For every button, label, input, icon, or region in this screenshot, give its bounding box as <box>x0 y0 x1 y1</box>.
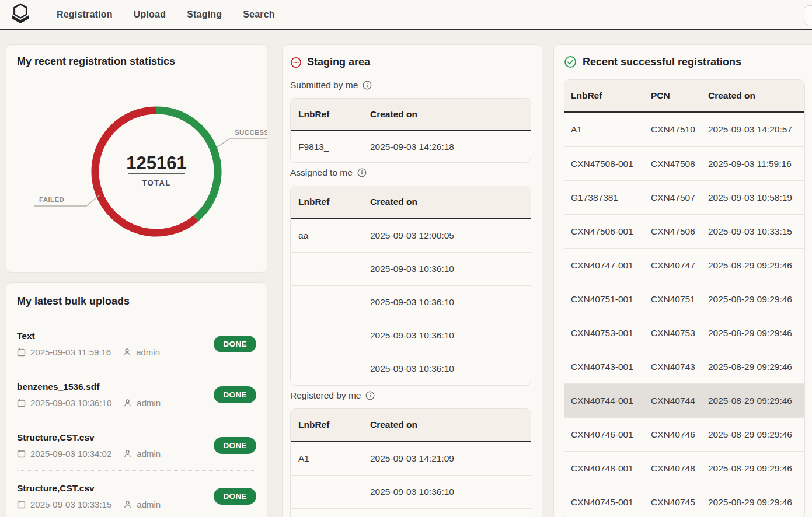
nav-item-search[interactable]: Search <box>243 9 275 20</box>
table-row[interactable]: CXN47506-001 CXN47506 2025-09-03 10:33:1… <box>564 214 804 248</box>
cell-pcn: CXN40747 <box>651 260 708 271</box>
table-row[interactable]: aa 2025-09-03 12:00:05 <box>291 219 531 252</box>
calendar-icon <box>17 399 26 407</box>
upload-user: admin <box>137 398 161 408</box>
nav-item-upload[interactable]: Upload <box>134 9 166 20</box>
table-row[interactable]: A1 CXN47510 2025-09-03 14:20:57 <box>564 113 804 146</box>
assigned-table: LnbRef Created on aa 2025-09-03 12:00:05… <box>290 186 531 386</box>
cell-created: 2025-09-03 12:00:05 <box>370 230 531 241</box>
col-header-lnbref: LnbRef <box>571 90 651 101</box>
cell-created: 2025-09-03 10:36:10 <box>370 330 531 341</box>
info-icon[interactable] <box>365 391 375 400</box>
upload-item[interactable]: benzenes_1536.sdf 2025-09-03 10:36:10 ad… <box>17 369 256 420</box>
cell-lnbref: CXN40744-001 <box>571 396 651 406</box>
table-row[interactable]: CXN40753-001 CXN40753 2025-08-29 09:29:4… <box>564 316 804 350</box>
nav-item-registration[interactable]: Registration <box>57 9 113 20</box>
cell-pcn: CXN40748 <box>651 463 708 474</box>
cell-created: 2025-09-03 10:36:10 <box>370 364 531 374</box>
cell-created: 2025-09-03 11:59:16 <box>708 159 804 169</box>
calendar-icon <box>17 500 26 509</box>
upload-user: admin <box>137 449 161 459</box>
top-nav: Registration Upload Staging Search <box>0 0 812 30</box>
cell-created: 2025-09-03 14:21:09 <box>370 453 531 464</box>
donut-total-value: 125161 <box>126 153 186 173</box>
table-row[interactable]: 2025-09-03 10:36:10 <box>291 285 531 319</box>
uploads-list: Text 2025-09-03 11:59:16 admin DONE benz… <box>17 319 256 517</box>
status-badge: DONE <box>214 386 256 403</box>
recent-registrations-card: Recent successful registrations LnbRef P… <box>553 44 812 517</box>
donut-total-label: TOTAL <box>142 179 171 187</box>
table-row[interactable]: CXN40746-001 CXN40746 2025-08-29 09:29:4… <box>564 417 804 451</box>
cell-created: 2025-08-29 09:29:46 <box>708 396 804 406</box>
table-row[interactable]: A1_ 2025-09-03 14:21:09 <box>291 442 531 475</box>
table-row[interactable]: 2025-09-03 10:36:10 <box>291 319 531 352</box>
user-icon <box>123 500 132 509</box>
table-row[interactable]: CXN47508-001 CXN47508 2025-09-03 11:59:1… <box>564 146 804 180</box>
col-header-created: Created on <box>370 420 531 430</box>
cell-lnbref: F9813_ <box>298 142 370 152</box>
cell-lnbref: CXN40743-001 <box>571 362 651 372</box>
upload-file-name: Structure,CST.csv <box>17 483 161 494</box>
table-row[interactable]: CXN40747-001 CXN40747 2025-08-29 09:29:4… <box>564 248 804 282</box>
upload-item[interactable]: Text 2025-09-03 11:59:16 admin DONE <box>17 319 256 369</box>
registration-statistics-card: My recent registration statistics SUCCES… <box>6 44 267 273</box>
upload-user: admin <box>136 347 160 357</box>
table-row[interactable]: CXN40743-001 CXN40743 2025-08-29 09:29:4… <box>564 350 804 383</box>
cell-lnbref: CXN40745-001 <box>571 497 651 508</box>
col-header-pcn: PCN <box>651 90 708 101</box>
check-circle-icon <box>564 55 577 68</box>
section-label-submitted: Submitted by me <box>290 80 542 90</box>
table-row[interactable]: 2025-09-03 10:36:10 <box>291 352 531 385</box>
user-icon <box>123 399 132 407</box>
recent-registrations-table: LnbRef PCN Created on A1 CXN47510 2025-0… <box>564 79 805 517</box>
submitted-table: LnbRef Created on F9813_ 2025-09-03 14:2… <box>290 98 531 163</box>
table-row[interactable]: 2025-09-03 10:36:10 <box>291 475 531 508</box>
upload-file-name: Text <box>17 331 160 341</box>
upload-item[interactable]: Structure,CST.csv 2025-09-03 10:34:02 ad… <box>17 420 256 470</box>
cell-created: 2025-08-29 09:29:46 <box>708 463 804 474</box>
info-icon[interactable] <box>363 81 372 90</box>
table-row[interactable]: F9813_ 2025-09-03 14:26:18 <box>291 131 531 162</box>
section-label-text: Submitted by me <box>290 80 358 90</box>
cell-pcn: CXN47508 <box>651 159 708 169</box>
staging-card-title: Staging area <box>307 56 370 68</box>
user-icon <box>123 348 131 357</box>
cell-lnbref: A1 <box>571 124 651 135</box>
status-badge: DONE <box>214 488 256 505</box>
table-row[interactable]: 2025-09-03 10:36:10 <box>291 252 531 285</box>
cell-pcn: CXN40745 <box>651 497 708 508</box>
cell-pcn: CXN47507 <box>651 193 708 203</box>
upload-item[interactable]: Structure,CST.csv 2025-09-03 10:33:15 ad… <box>17 470 256 517</box>
section-label-assigned: Assigned to me <box>290 167 542 178</box>
table-row[interactable]: CXN40751-001 CXN40751 2025-08-29 09:29:4… <box>564 282 804 316</box>
app-logo-icon[interactable] <box>9 2 32 27</box>
table-row[interactable]: CXN40748-001 CXN40748 2025-08-29 09:29:4… <box>564 451 804 485</box>
nav-edge-control[interactable] <box>804 5 812 25</box>
cell-created: 2025-08-29 09:29:46 <box>708 260 804 271</box>
cell-lnbref: CXN40747-001 <box>571 260 651 271</box>
info-icon[interactable] <box>357 168 367 177</box>
table-row[interactable]: G17387381 CXN47507 2025-09-03 10:58:19 <box>564 180 804 214</box>
table-row[interactable] <box>291 508 531 517</box>
col-header-lnbref: LnbRef <box>298 197 370 207</box>
cell-pcn: CXN47506 <box>651 226 708 237</box>
table-row[interactable]: CXN40745-001 CXN40745 2025-08-29 09:29:4… <box>564 485 804 517</box>
cell-lnbref: CXN40753-001 <box>571 328 651 338</box>
cell-lnbref: G17387381 <box>571 193 651 203</box>
nav-item-staging[interactable]: Staging <box>187 9 222 20</box>
cell-pcn: CXN47510 <box>651 124 708 135</box>
table-row-highlighted[interactable]: CXN40744-001 CXN40744 2025-08-29 09:29:4… <box>564 383 804 417</box>
upload-file-name: benzenes_1536.sdf <box>17 382 161 392</box>
recent-card-title: Recent successful registrations <box>583 56 741 68</box>
upload-user: admin <box>137 499 161 509</box>
cell-created: 2025-08-29 09:29:46 <box>708 328 804 338</box>
col-header-created: Created on <box>708 90 804 101</box>
col-header-lnbref: LnbRef <box>298 109 370 120</box>
section-label-text: Registered by me <box>290 390 361 401</box>
cell-pcn: CXN40743 <box>651 362 708 372</box>
cell-lnbref: CXN47506-001 <box>571 226 651 237</box>
upload-date: 2025-09-03 10:36:10 <box>30 398 111 408</box>
cell-pcn: CXN40751 <box>651 294 708 305</box>
cell-created: 2025-09-03 10:36:10 <box>370 297 531 308</box>
staging-area-card: Staging area Submitted by me LnbRef Crea… <box>282 44 542 517</box>
